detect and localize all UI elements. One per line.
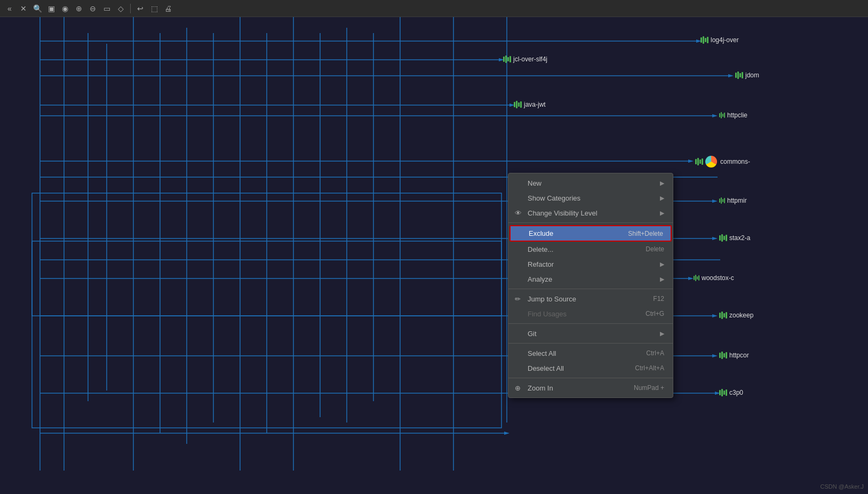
toolbar-diamond-icon[interactable]: ◇	[115, 3, 126, 14]
toolbar-target-icon[interactable]: ◉	[60, 3, 70, 14]
toolbar-cursor-icon[interactable]: ↩	[135, 3, 146, 14]
menu-item-select-all[interactable]: Select All Ctrl+A	[508, 346, 673, 361]
menu-item-new[interactable]: New ▶	[508, 176, 673, 190]
separator-3	[508, 323, 673, 324]
toolbar-zoom-out-icon[interactable]: ⊖	[87, 3, 98, 14]
menu-arrow-new: ▶	[660, 180, 664, 187]
node-woodstox: woodstox-c	[694, 274, 734, 282]
separator-4	[508, 343, 673, 344]
svg-marker-35	[728, 74, 734, 77]
menu-item-git[interactable]: Git ▶	[508, 326, 673, 341]
toolbar-collapse-icon[interactable]: «	[4, 3, 15, 14]
svg-marker-36	[712, 114, 718, 117]
menu-arrow-show-categories: ▶	[660, 195, 664, 202]
node-zookeep: zookeep	[719, 312, 753, 319]
menu-item-find-usages: Find Usages Ctrl+G	[508, 306, 673, 321]
menu-item-delete[interactable]: Delete... Delete	[508, 242, 673, 257]
eye-icon: 👁	[515, 209, 522, 217]
menu-item-change-visibility[interactable]: 👁 Change Visibility Level ▶	[508, 205, 673, 220]
context-menu: New ▶ Show Categories ▶ 👁 Change Visibil…	[508, 173, 673, 398]
svg-marker-44	[504, 432, 509, 435]
menu-arrow-change-visibility: ▶	[660, 210, 664, 217]
node-httpcor: httpcor	[719, 352, 749, 359]
separator-1	[508, 222, 673, 223]
toolbar-export-icon[interactable]: ⬚	[149, 3, 160, 14]
node-stax2: stax2-a	[719, 234, 750, 242]
watermark: CSDN @Asker.J	[821, 483, 864, 490]
toolbar-zoom-fit-icon[interactable]: 🔍	[32, 3, 43, 14]
toolbar-close-icon[interactable]: ✕	[18, 3, 29, 14]
svg-marker-41	[712, 314, 718, 317]
node-c3p0: c3p0	[719, 389, 743, 396]
svg-marker-37	[688, 160, 694, 163]
toolbar-separator-1	[130, 4, 131, 13]
toolbar-print-icon[interactable]: 🖨	[163, 3, 173, 14]
menu-arrow-refactor: ▶	[660, 261, 664, 268]
toolbar-zoom-in-icon[interactable]: ⊕	[74, 3, 84, 14]
node-java-jwt: java-jwt	[514, 101, 546, 108]
menu-item-zoom-in[interactable]: ⊕ Zoom In NumPad +	[508, 380, 673, 395]
node-httpclie: httpclie	[719, 111, 747, 119]
node-httpmir: httpmir	[719, 197, 747, 204]
node-jcl: jcl-over-slf4j	[503, 55, 547, 63]
menu-arrow-analyze: ▶	[660, 276, 664, 283]
separator-5	[508, 378, 673, 378]
svg-marker-38	[712, 200, 718, 203]
dependency-graph-svg	[0, 17, 868, 494]
menu-item-deselect-all[interactable]: Deselect All Ctrl+Alt+A	[508, 361, 673, 376]
svg-marker-40	[688, 277, 694, 280]
node-log4j: log4j-over	[700, 36, 739, 44]
zoom-in-icon: ⊕	[515, 384, 521, 392]
svg-marker-39	[712, 237, 718, 240]
canvas-area: log4j-over jcl-over-slf4j jdom java-jwt …	[0, 17, 868, 494]
separator-2	[508, 289, 673, 289]
svg-marker-42	[712, 354, 718, 357]
commons-icon	[705, 156, 717, 168]
node-jdom: jdom	[735, 71, 759, 79]
menu-item-exclude[interactable]: Exclude Shift+Delete	[509, 225, 672, 242]
menu-arrow-git: ▶	[660, 330, 664, 337]
pencil-icon: ✏	[515, 295, 521, 303]
toolbar-view-icon[interactable]: ▣	[46, 3, 57, 14]
menu-item-refactor[interactable]: Refactor ▶	[508, 257, 673, 272]
toolbar: « ✕ 🔍 ▣ ◉ ⊕ ⊖ ▭ ◇ ↩ ⬚ 🖨	[0, 0, 868, 17]
menu-item-show-categories[interactable]: Show Categories ▶	[508, 190, 673, 205]
node-commons: commons-	[695, 156, 750, 168]
toolbar-rect-icon[interactable]: ▭	[101, 3, 112, 14]
menu-item-analyze[interactable]: Analyze ▶	[508, 272, 673, 286]
menu-item-jump-to-source[interactable]: ✏ Jump to Source F12	[508, 291, 673, 306]
